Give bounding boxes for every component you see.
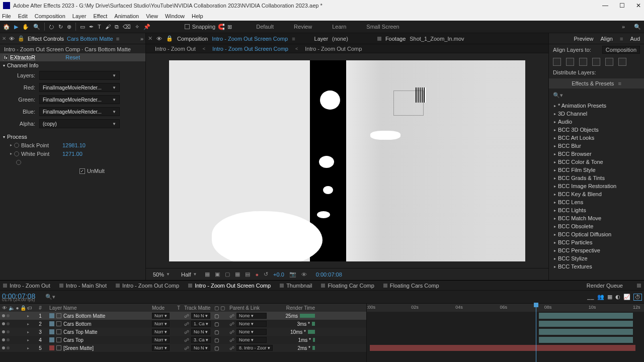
unmult-checkbox[interactable]: ✓ — [79, 168, 85, 174]
preset-folder[interactable]: ▸BCC Obsolete — [551, 222, 642, 230]
twirl-icon[interactable]: ▾ — [3, 135, 5, 139]
timeline-tab[interactable]: Intro - Zoom Out Comp — [116, 283, 179, 289]
shy-icon[interactable]: 👥 — [597, 294, 604, 301]
blue-dropdown[interactable]: FinalImageMovieRender...▼ — [39, 107, 120, 116]
timeline-search-icon[interactable]: 🔍▾ — [45, 294, 55, 300]
align-tab[interactable]: Align — [601, 36, 613, 42]
snap-options-icon[interactable]: ⊞ — [227, 24, 232, 30]
align-vcenter-icon[interactable] — [605, 58, 613, 66]
preset-folder[interactable]: ▸BCC Optical Diffusion — [551, 230, 642, 238]
search-icon[interactable]: 🔍▾ — [553, 92, 563, 99]
layer-bar[interactable] — [370, 345, 636, 351]
text-tool-icon[interactable]: T — [98, 24, 101, 30]
effect-reset[interactable]: Reset — [65, 54, 80, 60]
preset-folder[interactable]: ▸BCC Lens — [551, 198, 642, 206]
audio-tab[interactable]: Aud — [630, 36, 640, 42]
timeline-tab[interactable]: Floating Cars Comp — [383, 283, 439, 289]
exposure-value[interactable]: +0.0 — [273, 272, 284, 278]
toggle-transparency-icon[interactable]: ▦ — [205, 271, 210, 278]
align-top-icon[interactable] — [592, 58, 600, 66]
close-tab-icon[interactable]: ✕ — [2, 36, 6, 41]
panel-menu-icon[interactable]: ≡ — [116, 36, 119, 42]
lock-icon[interactable]: 🔒 — [18, 35, 25, 42]
comp-crumb-2[interactable]: Intro - Zoom Out Screen Comp — [212, 46, 288, 52]
menu-window[interactable]: Window — [165, 13, 185, 19]
align-hcenter-icon[interactable] — [566, 58, 574, 66]
eraser-tool-icon[interactable]: ⌫ — [123, 24, 131, 30]
fx-badge[interactable]: fx — [3, 55, 9, 61]
time-ruler[interactable]: :00s02s04s06s08s10s12s — [367, 304, 644, 312]
lock-icon[interactable]: 🔒 — [166, 35, 173, 42]
panel-menu-icon[interactable]: ≡ — [292, 36, 295, 42]
close-tab-icon[interactable]: ✕ — [148, 35, 152, 42]
align-bottom-icon[interactable] — [618, 58, 626, 66]
white-point-value[interactable]: 1271.00 — [62, 151, 83, 157]
preset-folder[interactable]: ▸BCC Image Restoration — [551, 182, 642, 190]
timeline-tab[interactable]: Floating Car Comp — [321, 283, 374, 289]
alpha-dropdown[interactable]: (copy)▼ — [39, 119, 120, 128]
align-left-icon[interactable] — [553, 58, 561, 66]
layer-bar[interactable] — [539, 337, 633, 343]
current-time[interactable]: 0:00:07:08 — [316, 272, 342, 278]
graph-editor-icon[interactable]: 📈 — [623, 294, 630, 301]
preset-folder[interactable]: ▸BCC Key & Blend — [551, 190, 642, 198]
preset-folder[interactable]: ▸BCC Color & Tone — [551, 158, 642, 166]
composition-viewer[interactable] — [146, 53, 548, 268]
eye-icon[interactable]: 👁 — [9, 36, 15, 42]
search-icon[interactable]: 🔍 — [634, 24, 641, 30]
panel-menu-icon[interactable]: ≡ — [618, 80, 621, 86]
preset-folder[interactable]: ▸3D Channel — [551, 110, 642, 118]
pin-tool-icon[interactable]: 📌 — [143, 24, 150, 30]
preset-folder[interactable]: ▸* Animation Presets — [551, 102, 642, 110]
twirl-icon[interactable]: ▾ — [3, 63, 5, 68]
layer-bar[interactable] — [539, 321, 633, 327]
preset-folder[interactable]: ▸BCC Browser — [551, 150, 642, 158]
hand-tool-icon[interactable]: ✋ — [22, 24, 29, 30]
preset-folder[interactable]: ▸BCC Stylize — [551, 254, 642, 262]
layer-row[interactable]: ▸4Cars TopNorr ▾☍3. Ca ▾▢☍None ▾1ms * — [0, 336, 366, 344]
panel-menu-icon[interactable]: ≡ — [620, 36, 623, 42]
workspace-learn[interactable]: Learn — [332, 24, 346, 30]
preset-folder[interactable]: ▸BCC Particles — [551, 238, 642, 246]
preset-folder[interactable]: ▸BCC Lights — [551, 206, 642, 214]
snapshot-icon[interactable]: 📷 — [289, 271, 296, 278]
grid-icon[interactable]: ▦ — [235, 271, 240, 278]
roto-tool-icon[interactable]: ✧ — [135, 24, 139, 30]
layer-row[interactable]: ▸1Cars Bottom MatteNorr ▾☍No N ▾▢☍None ▾… — [0, 312, 366, 320]
brush-tool-icon[interactable]: 🖌 — [105, 24, 111, 30]
anchor-tool-icon[interactable]: ⊕ — [67, 24, 71, 30]
timeline-tab[interactable]: Thumbnail — [280, 283, 312, 289]
layers-dropdown[interactable]: ▼ — [39, 71, 120, 80]
comp-marker-icon[interactable]: ⎯⎯ — [587, 294, 594, 301]
timeline-tab[interactable]: Intro - Main Shot — [59, 283, 107, 289]
menu-help[interactable]: Help — [192, 13, 203, 19]
home-icon[interactable]: 🏠 — [3, 24, 10, 30]
preset-folder[interactable]: ▸BCC Art Looks — [551, 134, 642, 142]
menu-animation[interactable]: Animation — [114, 13, 139, 19]
comp-name[interactable]: Intro - Zoom Out Screen Comp — [212, 36, 288, 42]
menu-edit[interactable]: Edit — [18, 13, 28, 19]
snapping-checkbox[interactable] — [185, 24, 190, 29]
preset-folder[interactable]: ▸BCC Film Style — [551, 166, 642, 174]
zoom-dropdown[interactable]: 50%▼ — [150, 270, 173, 279]
stopwatch-icon[interactable] — [14, 151, 19, 156]
timeline-tab[interactable]: Intro - Zoom Out Screen Comp — [188, 283, 271, 289]
guides-icon[interactable]: ▤ — [245, 271, 250, 278]
render-queue-tab[interactable]: Render Queue — [587, 283, 623, 289]
preset-folder[interactable]: ▸BCC Textures — [551, 262, 642, 270]
overflow-icon[interactable]: » — [622, 24, 625, 30]
green-dropdown[interactable]: FinalImageMovieRender...▼ — [39, 95, 120, 104]
preset-folder[interactable]: ▸BCC 3D Objects — [551, 126, 642, 134]
black-point-value[interactable]: 12981.10 — [62, 142, 86, 148]
stopwatch-icon[interactable] — [14, 143, 19, 148]
menu-view[interactable]: View — [146, 13, 158, 19]
menu-file[interactable]: File — [2, 13, 11, 19]
overflow-icon[interactable]: » — [140, 36, 143, 42]
maximize-button[interactable]: ☐ — [619, 2, 625, 9]
align-right-icon[interactable] — [579, 58, 587, 66]
menu-layer[interactable]: Layer — [72, 13, 87, 19]
layer-row[interactable]: ▸2Cars BottomNorr ▾☍1. Ca ▾▢☍None ▾3ms * — [0, 320, 366, 328]
region-icon[interactable]: ▢ — [225, 271, 230, 278]
eye-icon[interactable]: 👁 — [156, 36, 162, 42]
comp-crumb-3[interactable]: Intro - Zoom Out Comp — [305, 46, 362, 52]
